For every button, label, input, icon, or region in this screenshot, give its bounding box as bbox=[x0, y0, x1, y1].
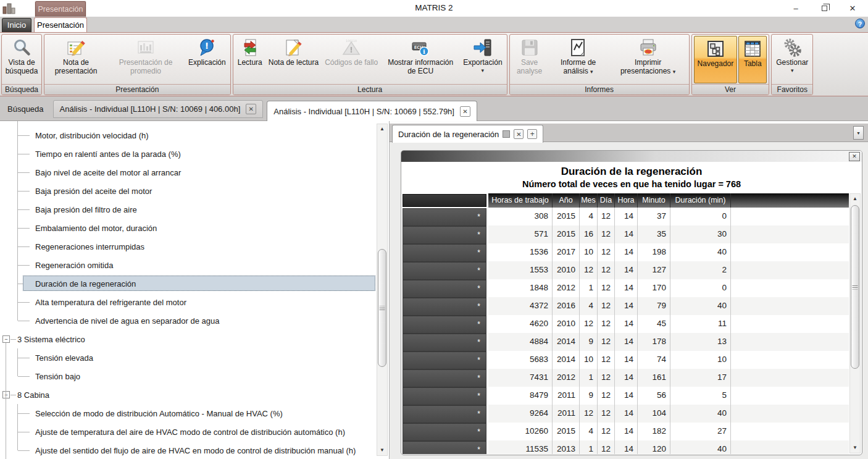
tree-item-regeneracion-omitida[interactable]: Regeneración omitida bbox=[0, 256, 375, 274]
row-header-cell[interactable]: * bbox=[403, 208, 486, 226]
row-header-cell[interactable]: * bbox=[403, 423, 486, 441]
presentacion-de-promedio-button[interactable]: Presentación de promedio bbox=[106, 35, 185, 84]
table-cell: 4884 bbox=[488, 333, 553, 352]
table-cell: 14 bbox=[615, 405, 638, 424]
tree-item-advertencia-de-nivel-de-agua-en-separado[interactable]: Advertencia de nivel de agua en separado… bbox=[0, 311, 375, 330]
row-header-cell[interactable]: * bbox=[403, 280, 486, 298]
tab-presentacion[interactable]: Presentación bbox=[34, 17, 87, 32]
table-cell: 308 bbox=[488, 208, 553, 227]
tree-item-embalamiento-del-motor-duracion[interactable]: Embalamiento del motor, duración bbox=[0, 219, 375, 237]
vista-de-busqueda-button[interactable]: Vista de búsqueda bbox=[3, 35, 40, 84]
nota-de-lectura-button[interactable]: Nota de lectura bbox=[265, 35, 322, 84]
row-header-cell[interactable]: * bbox=[403, 352, 486, 369]
ribbon: Vista de búsquedaBúsquedaNota de present… bbox=[0, 32, 868, 96]
ribbon-tab-strip: Inicio Presentación ? bbox=[0, 17, 868, 32]
tree-scrollbar-thumb[interactable] bbox=[378, 249, 386, 367]
table-row: *1153520131121412040 bbox=[402, 440, 849, 454]
row-header-cell[interactable]: * bbox=[403, 334, 486, 352]
collapse-expander-icon[interactable]: − bbox=[2, 391, 10, 398]
panel-caption-bar[interactable]: ✕ bbox=[401, 151, 862, 162]
panel-close-button[interactable]: ✕ bbox=[849, 152, 860, 161]
tree-item-ajuste-de-temperatura-del-aire-de-hvac-m[interactable]: Ajuste de temperatura del aire de HVAC m… bbox=[0, 423, 375, 441]
table-cell: 79 bbox=[638, 297, 670, 316]
tree-item-tension-bajo[interactable]: Tensión bajo bbox=[0, 367, 375, 385]
table-cell-filler bbox=[731, 279, 849, 298]
restore-button[interactable] bbox=[810, 0, 838, 17]
tree-item-tiempo-en-ralenti-antes-de-la-parada[interactable]: Tiempo en ralentí antes de la parada (%) bbox=[0, 145, 375, 163]
table-cell: 104 bbox=[638, 405, 670, 424]
close-presentation-icon[interactable]: ✕ bbox=[514, 129, 524, 139]
tab-inicio[interactable]: Inicio bbox=[2, 18, 31, 32]
collapse-expander-icon[interactable]: − bbox=[2, 335, 10, 343]
row-header-cell[interactable]: * bbox=[403, 226, 486, 244]
presentation-tab[interactable]: Duración de la regeneración ✕ + bbox=[392, 125, 543, 143]
tabla-button[interactable]: Tabla bbox=[738, 36, 767, 83]
tree-item-regeneraciones-interrumpidas[interactable]: Regeneraciones interrumpidas bbox=[0, 237, 375, 256]
minimize-button[interactable]: – bbox=[782, 0, 810, 17]
mostrar-informacion-de-ecu-button[interactable]: ECUiMostrar información de ECU bbox=[381, 35, 460, 84]
row-header-cell[interactable]: * bbox=[403, 298, 486, 316]
tree-item-baja-presion-del-filtro-de-aire[interactable]: Baja presión del filtro de aire bbox=[0, 200, 375, 219]
navegador-button[interactable]: Navegador bbox=[694, 36, 738, 83]
save-analyse-button[interactable]: Save analyse bbox=[511, 35, 548, 84]
tree-item-seleccion-de-modo-de-distribucion-automa[interactable]: Selección de modo de distribución Automá… bbox=[0, 404, 375, 423]
table-cell: 10 bbox=[580, 351, 598, 370]
ribbon-group-caption: Ver bbox=[692, 84, 769, 95]
tree-item-baja-presion-del-aceite-del-motor[interactable]: Baja presión del aceite del motor bbox=[0, 182, 375, 200]
table-cell: 2015 bbox=[553, 225, 580, 245]
tree-item-bajo-nivel-de-aceite-del-motor-al-arranc[interactable]: Bajo nivel de aceite del motor al arranc… bbox=[0, 163, 375, 182]
table-cell: 2015 bbox=[553, 208, 580, 227]
help-button[interactable]: ? bbox=[855, 19, 865, 28]
tree-item-duracion-de-la-regeneracion[interactable]: Duración de la regeneración bbox=[0, 274, 375, 293]
ribbon-button-label: Nota de lectura bbox=[269, 59, 319, 67]
table-icon bbox=[742, 39, 763, 59]
row-header-cell[interactable]: * bbox=[403, 387, 486, 405]
row-header-cell[interactable]: * bbox=[403, 316, 486, 334]
table-row: *155320101212141272 bbox=[402, 261, 849, 279]
tree-item-label: Baja presión del aceite del motor bbox=[35, 187, 152, 196]
row-header-cell[interactable]: * bbox=[403, 369, 486, 387]
table-cell: 7431 bbox=[488, 369, 553, 388]
ribbon-button-label: Imprimir presentaciones ▾ bbox=[612, 59, 685, 75]
table-scrollbar-thumb[interactable] bbox=[851, 205, 859, 369]
scroll-down-icon[interactable]: ▼ bbox=[377, 445, 387, 455]
table-cell: 17 bbox=[670, 369, 731, 388]
pane-dropdown-button[interactable]: ▼ bbox=[853, 126, 864, 140]
tree-scrollbar[interactable]: ▲ ▼ bbox=[377, 124, 388, 456]
table-cell: 8479 bbox=[488, 387, 553, 406]
add-presentation-icon[interactable]: + bbox=[527, 129, 537, 139]
tree-item-alta-temperatura-del-refrigerante-del-mo[interactable]: Alta temperatura del refrigerante del mo… bbox=[0, 293, 375, 311]
scroll-down-icon[interactable]: ▼ bbox=[850, 443, 860, 453]
float-panel-icon[interactable] bbox=[503, 130, 510, 138]
document-tab[interactable]: Análisis - Individual [L110H | S/N: 1006… bbox=[267, 101, 477, 121]
reading-icon bbox=[240, 38, 261, 57]
document-tab-busqueda[interactable]: Búsqueda bbox=[6, 104, 51, 120]
scroll-up-icon[interactable]: ▲ bbox=[850, 194, 860, 204]
table-cell: 13 bbox=[670, 333, 731, 352]
row-header-cell[interactable]: * bbox=[403, 405, 486, 423]
table-scrollbar[interactable]: ▲ ▼ bbox=[849, 193, 861, 453]
imprimir-presentaciones-button[interactable]: Imprimir presentaciones ▾ bbox=[609, 35, 688, 84]
explicacion-button[interactable]: !Explicación bbox=[185, 35, 229, 84]
gestionar-button[interactable]: Gestionar▾ bbox=[773, 35, 811, 84]
close-tab-icon[interactable]: ✕ bbox=[460, 106, 470, 117]
tree-item-8-cabina[interactable]: −8 Cabina bbox=[0, 385, 375, 404]
nota-de-presentacion-button[interactable]: Nota de presentación bbox=[46, 35, 106, 84]
tree-item-ajuste-del-sentido-del-flujo-de-aire-de-[interactable]: Ajuste del sentido del flujo de aire de … bbox=[0, 441, 375, 459]
informe-de-analisis-button[interactable]: Informe de análisis ▾ bbox=[548, 35, 609, 84]
tree-item-tension-elevada[interactable]: Tensión elevada bbox=[0, 348, 375, 367]
lectura-button[interactable]: Lectura bbox=[235, 35, 265, 84]
row-header-cell[interactable]: * bbox=[403, 244, 486, 262]
tree-item-3-sistema-electrico[interactable]: −3 Sistema eléctrico bbox=[0, 330, 375, 348]
close-button[interactable]: ✕ bbox=[838, 0, 867, 17]
scroll-up-icon[interactable]: ▲ bbox=[377, 124, 387, 134]
exportacion-button[interactable]: Exportación▾ bbox=[460, 35, 505, 84]
document-tab[interactable]: Análisis - Individual [L110H | S/N: 1006… bbox=[53, 100, 264, 118]
table-cell: 127 bbox=[638, 261, 670, 280]
codigos-de-fallo-button[interactable]: 100110!Códigos de fallo bbox=[322, 35, 381, 84]
row-header-cell[interactable]: * bbox=[403, 262, 486, 280]
close-tab-icon[interactable]: ✕ bbox=[246, 104, 256, 114]
column-header-dia: Día bbox=[598, 193, 615, 208]
row-header-cell[interactable]: * bbox=[403, 441, 486, 454]
tree-item-motor-distribucion-velocidad-h[interactable]: Motor, distribución velocidad (h) bbox=[0, 126, 375, 145]
